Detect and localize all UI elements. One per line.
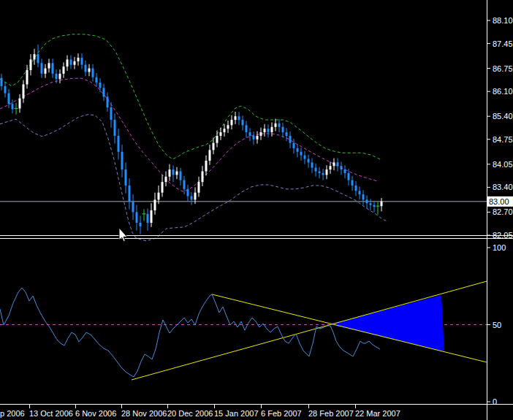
candle-body[interactable]: [191, 196, 193, 200]
time-label[interactable]: 6 Feb 2007: [261, 409, 302, 418]
doji-candle-bar[interactable]: [15, 108, 18, 109]
candle-body[interactable]: [300, 152, 303, 156]
candle-body[interactable]: [344, 169, 346, 173]
candle-body[interactable]: [275, 123, 277, 127]
candle-body[interactable]: [48, 63, 50, 68]
candle-body[interactable]: [362, 194, 365, 199]
time-label[interactable]: 15 Jan 2007: [214, 409, 259, 418]
candle-body[interactable]: [118, 136, 120, 152]
doji-candle-bar[interactable]: [376, 206, 380, 207]
candle-body[interactable]: [264, 129, 266, 132]
candle-body[interactable]: [194, 193, 197, 200]
candle-body[interactable]: [180, 172, 182, 180]
candle-body[interactable]: [63, 66, 65, 74]
candle-body[interactable]: [125, 169, 127, 186]
candle-body[interactable]: [341, 166, 343, 169]
candle-body[interactable]: [187, 189, 189, 196]
candle-body[interactable]: [8, 93, 10, 104]
time-label[interactable]: 28 Nov 2006: [121, 409, 167, 418]
candle-body[interactable]: [96, 77, 98, 83]
candle-body[interactable]: [202, 172, 204, 183]
candle-body[interactable]: [162, 182, 164, 193]
candle-body[interactable]: [121, 152, 123, 169]
candle-body[interactable]: [198, 182, 200, 193]
candle-body[interactable]: [286, 132, 288, 136]
candle-body[interactable]: [322, 173, 324, 175]
time-label[interactable]: 13 Oct 2006: [29, 409, 73, 418]
candle-body[interactable]: [74, 61, 76, 65]
candle-body[interactable]: [172, 169, 175, 175]
candle-body[interactable]: [158, 193, 160, 200]
candle-body[interactable]: [59, 74, 61, 79]
candle-body[interactable]: [23, 84, 25, 98]
candle-body[interactable]: [282, 127, 284, 132]
candle-body[interactable]: [253, 136, 255, 140]
candle-body[interactable]: [81, 58, 83, 65]
candle-body[interactable]: [370, 203, 372, 205]
candle-body[interactable]: [355, 186, 357, 191]
candle-body[interactable]: [183, 180, 186, 189]
candle-body[interactable]: [366, 199, 368, 203]
candle-body[interactable]: [224, 129, 226, 132]
candle-body[interactable]: [359, 191, 361, 194]
candle-body[interactable]: [176, 172, 178, 175]
candle-body[interactable]: [326, 169, 328, 175]
candle-body[interactable]: [319, 172, 321, 173]
candle-body[interactable]: [297, 148, 299, 152]
candle-body[interactable]: [1, 78, 3, 86]
candle-body[interactable]: [227, 125, 229, 129]
candle-body[interactable]: [289, 136, 292, 143]
candle-body[interactable]: [169, 169, 171, 177]
candle-body[interactable]: [56, 74, 58, 79]
candle-body[interactable]: [209, 150, 211, 161]
candle-body[interactable]: [99, 83, 102, 88]
candle-body[interactable]: [103, 88, 105, 96]
candle-body[interactable]: [256, 136, 259, 140]
candle-body[interactable]: [205, 161, 208, 172]
candle-body[interactable]: [26, 70, 28, 84]
candle-body[interactable]: [154, 199, 156, 210]
candle-body[interactable]: [151, 210, 153, 223]
candle-body[interactable]: [337, 162, 339, 166]
candle-body[interactable]: [132, 202, 134, 213]
candle-body[interactable]: [260, 132, 262, 136]
candle-body[interactable]: [315, 168, 317, 172]
candle-body[interactable]: [4, 86, 7, 93]
candle-body[interactable]: [220, 132, 222, 136]
candle-body[interactable]: [52, 63, 54, 74]
candle-body[interactable]: [348, 173, 350, 180]
candle-body[interactable]: [110, 107, 113, 120]
candle-body[interactable]: [216, 136, 218, 143]
candle-body[interactable]: [242, 120, 244, 125]
candle-body[interactable]: [333, 162, 335, 166]
candle-body[interactable]: [107, 96, 109, 107]
time-label[interactable]: p 2006: [0, 409, 25, 418]
candle-body[interactable]: [70, 59, 72, 64]
candle-body[interactable]: [308, 159, 310, 163]
candle-body[interactable]: [165, 177, 167, 182]
candle-body[interactable]: [231, 120, 233, 125]
candle-body[interactable]: [88, 69, 91, 72]
candle-body[interactable]: [381, 202, 383, 206]
time-label[interactable]: 22 Mar 2007: [355, 409, 400, 418]
candle-body[interactable]: [249, 132, 251, 136]
candle-body[interactable]: [136, 212, 138, 223]
candle-body[interactable]: [267, 129, 270, 132]
candle-body[interactable]: [304, 156, 306, 159]
candle-body[interactable]: [213, 143, 215, 150]
candle-body[interactable]: [92, 69, 94, 77]
candle-body[interactable]: [114, 120, 116, 136]
candle-body[interactable]: [271, 127, 273, 132]
candle-body[interactable]: [140, 223, 142, 226]
time-label[interactable]: 28 Feb 2007: [308, 409, 354, 418]
candle-body[interactable]: [330, 166, 332, 169]
candle-body[interactable]: [373, 205, 376, 207]
candle-body[interactable]: [278, 123, 281, 127]
candle-body[interactable]: [34, 54, 36, 59]
candle-body[interactable]: [129, 186, 131, 202]
candle-body[interactable]: [293, 143, 295, 148]
time-label[interactable]: 20 Dec 2006: [167, 409, 213, 418]
candle-body[interactable]: [66, 59, 69, 66]
candle-body[interactable]: [246, 125, 248, 132]
candle-body[interactable]: [41, 63, 43, 74]
